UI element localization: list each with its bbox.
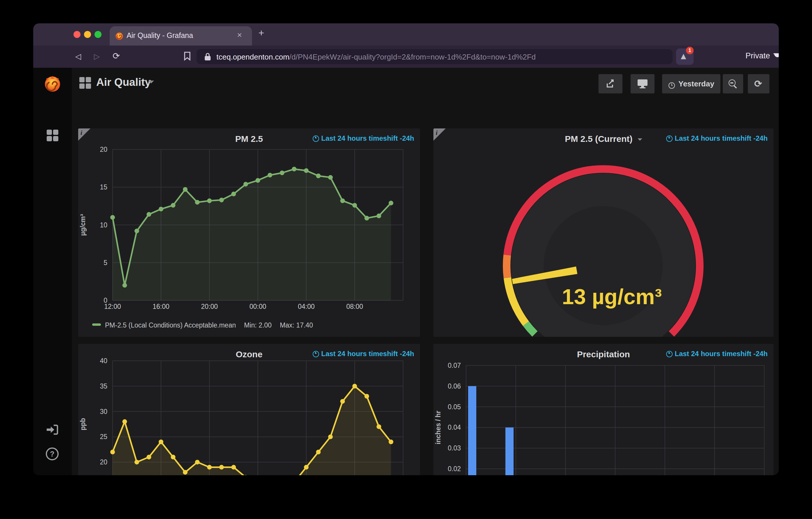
- svg-text:0.06: 0.06: [448, 382, 461, 390]
- back-icon[interactable]: ◁: [75, 52, 81, 61]
- svg-text:16:00: 16:00: [152, 303, 170, 310]
- grafana-app: ? Air Quality: [33, 68, 779, 475]
- svg-text:04:00: 04:00: [298, 303, 315, 310]
- panel-ozone: Ozone Last 24 hours timeshift -24h 15202…: [78, 344, 420, 475]
- help-icon[interactable]: ?: [46, 447, 59, 461]
- svg-text:12:00: 12:00: [104, 303, 121, 310]
- dashboard-grid-icon: [79, 77, 91, 89]
- private-label: Private: [746, 51, 770, 60]
- private-sunglasses-icon: [773, 53, 779, 59]
- url-bar[interactable]: tceq.opendenton.com/d/PN4EpekWz/air-qual…: [197, 49, 673, 64]
- svg-text:0.03: 0.03: [448, 444, 461, 452]
- time-range-label: Yesterday: [678, 79, 714, 88]
- svg-text:20: 20: [100, 146, 107, 153]
- grafana-sidebar: ?: [33, 68, 72, 475]
- pm25-legend: PM-2.5 (Local Conditions) Acceptable.mea…: [92, 322, 313, 329]
- svg-text:20: 20: [100, 458, 107, 466]
- grafana-favicon: [115, 31, 124, 40]
- svg-text:0.07: 0.07: [448, 362, 461, 369]
- svg-text:00:00: 00:00: [250, 303, 266, 310]
- zoom-out-button[interactable]: [723, 74, 743, 93]
- svg-text:08:00: 08:00: [346, 303, 363, 310]
- forward-icon[interactable]: ▷: [94, 52, 100, 61]
- url-text: tceq.opendenton.com/d/PN4EpekWz/air-qual…: [216, 53, 536, 61]
- share-icon: [606, 79, 615, 89]
- panel-precipitation: Precipitation Last 24 hours timeshift -2…: [433, 344, 774, 475]
- svg-text:30: 30: [100, 408, 107, 415]
- tv-icon: [637, 79, 648, 89]
- refresh-button[interactable]: ⟳: [748, 74, 770, 93]
- warning-extension-button[interactable]: ▲ 1: [676, 49, 694, 65]
- svg-text:0.02: 0.02: [448, 465, 461, 472]
- url-path: /d/PN4EpekWz/air-quality?orgId=2&from=no…: [289, 53, 536, 61]
- svg-text:25: 25: [100, 433, 107, 440]
- svg-text:5: 5: [104, 259, 107, 267]
- svg-text:40: 40: [100, 357, 107, 364]
- lock-icon: [204, 53, 211, 61]
- tab-bar: Air Quality - Grafana ✕ +: [33, 23, 779, 46]
- panel-pm25-current: i PM 2.5 (Current) Last 24 hours timeshi…: [433, 129, 774, 337]
- clock-icon: [668, 82, 675, 89]
- svg-text:35: 35: [100, 382, 107, 390]
- pm25-line-chart: 0510152012:0016:0020:0000:0004:0008:00µg…: [78, 129, 420, 337]
- dashboard-title[interactable]: Air Quality: [96, 76, 151, 89]
- svg-text:inches / hr: inches / hr: [434, 411, 442, 444]
- screen: Air Quality - Grafana ✕ + ◁ ▷ ⟳ tceq.ope…: [0, 0, 812, 519]
- dashboard-caret-icon[interactable]: [148, 81, 154, 83]
- minimize-window-button[interactable]: [84, 31, 91, 38]
- dashboards-icon[interactable]: [46, 129, 59, 142]
- bookmark-icon[interactable]: [184, 51, 191, 61]
- legend-min: Min: 2.00: [244, 322, 272, 329]
- svg-text:15: 15: [100, 183, 107, 191]
- tab-close-icon[interactable]: ✕: [237, 31, 242, 39]
- legend-series[interactable]: PM-2.5 (Local Conditions) Acceptable.mea…: [105, 322, 236, 329]
- close-window-button[interactable]: [74, 31, 81, 38]
- svg-text:20:00: 20:00: [201, 303, 218, 310]
- zoom-out-icon: [729, 79, 735, 86]
- time-range-button[interactable]: Yesterday: [662, 74, 720, 93]
- browser-toolbar: ◁ ▷ ⟳ tceq.opendenton.com/d/PN4EpekWz/ai…: [33, 46, 779, 68]
- browser-tab[interactable]: Air Quality - Grafana ✕: [110, 26, 252, 46]
- ozone-line-chart: 152025303540ppb: [78, 344, 420, 475]
- tab-title: Air Quality - Grafana: [126, 31, 193, 40]
- svg-text:ppb: ppb: [79, 418, 87, 430]
- url-domain: tceq.opendenton.com: [216, 53, 289, 61]
- svg-text:10: 10: [100, 221, 107, 229]
- legend-max: Max: 17.40: [280, 322, 313, 329]
- pm25-gauge: 13 µg/cm³: [433, 129, 774, 337]
- new-tab-button[interactable]: +: [258, 27, 264, 39]
- grafana-logo[interactable]: [42, 74, 62, 93]
- svg-text:0.05: 0.05: [448, 403, 461, 411]
- notification-badge: 1: [686, 47, 694, 54]
- panel-pm25: i PM 2.5 Last 24 hours timeshift -24h 05…: [78, 129, 420, 337]
- reload-icon[interactable]: ⟳: [113, 51, 120, 61]
- svg-text:0.04: 0.04: [448, 424, 461, 431]
- precipitation-bar-chart: 0.010.020.030.040.050.060.07inches / hr: [433, 344, 774, 475]
- svg-text:13 µg/cm³: 13 µg/cm³: [562, 284, 662, 309]
- tv-cycle-button[interactable]: [631, 74, 655, 93]
- legend-swatch: [92, 323, 101, 326]
- share-button[interactable]: [599, 74, 622, 93]
- zoom-window-button[interactable]: [94, 31, 102, 38]
- refresh-icon: ⟳: [754, 78, 762, 89]
- browser-window: Air Quality - Grafana ✕ + ◁ ▷ ⟳ tceq.ope…: [33, 23, 779, 475]
- svg-text:µg/cm³: µg/cm³: [79, 214, 87, 236]
- warning-triangle-icon: ▲: [681, 52, 686, 60]
- sign-in-icon[interactable]: [46, 424, 59, 436]
- svg-text:?: ?: [50, 450, 54, 458]
